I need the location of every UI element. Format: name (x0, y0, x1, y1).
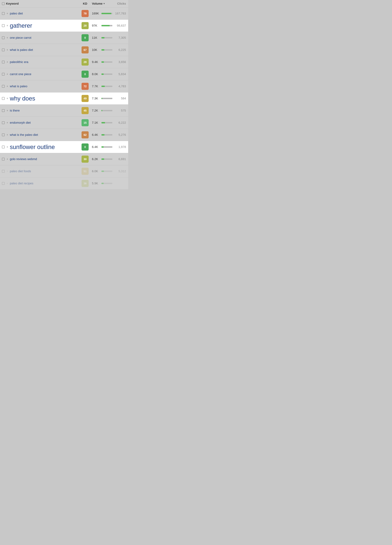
row-checkbox[interactable] (2, 73, 5, 75)
kd-badge: 78 (81, 10, 89, 17)
volume-cell: 97K (91, 24, 112, 27)
row-checkbox[interactable] (2, 24, 5, 27)
add-row-button[interactable]: + (6, 72, 9, 76)
row-checkbox[interactable] (2, 49, 5, 51)
add-row-button[interactable]: + (6, 121, 9, 124)
volume-value: 9.4K (92, 60, 100, 64)
row-checkbox[interactable] (2, 37, 5, 39)
keyword-cell[interactable]: golo reviews webmd (10, 157, 80, 161)
kd-cell: 28 (80, 58, 91, 66)
volume-value: 6.4K (92, 133, 100, 137)
volume-bar-fill (101, 86, 105, 87)
keyword-cell[interactable]: paleo diet recipes (10, 182, 80, 185)
keyword-cell[interactable]: why does (10, 95, 80, 102)
volume-bar (101, 158, 112, 160)
row-checkbox[interactable] (2, 85, 5, 88)
volume-cell: 7.3K (91, 97, 112, 100)
clicks-cell: 6,225 (112, 48, 126, 52)
table-row: + what is the paleo diet 62 6.4K 5,276 (0, 129, 128, 141)
keyword-cell[interactable]: paleo diet (10, 12, 80, 15)
keyword-cell[interactable]: one piece carrot (10, 36, 80, 40)
table-row: + paleo diet recipes 36 5.9K (0, 177, 128, 190)
volume-value: 7.2K (92, 109, 100, 112)
keyword-cell[interactable]: paleolithic era (10, 60, 80, 64)
kd-badge: 28 (81, 58, 89, 66)
kd-cell: 0 (80, 71, 91, 78)
row-checkbox[interactable] (2, 146, 5, 148)
row-checkbox[interactable] (2, 134, 5, 136)
add-row-button[interactable]: + (6, 48, 9, 52)
volume-cell: 7.1K (91, 121, 112, 124)
add-row-button[interactable]: + (6, 182, 9, 185)
clicks-cell: 6,691 (112, 157, 126, 161)
kd-cell: 62 (80, 131, 91, 138)
row-checkbox[interactable] (2, 182, 5, 185)
keyword-cell[interactable]: what is paleo (10, 85, 80, 88)
kd-cell: 36 (80, 180, 91, 187)
add-row-button[interactable]: + (6, 169, 9, 173)
clicks-column-header: Clicks (112, 2, 126, 6)
select-all-checkbox[interactable] (2, 2, 5, 5)
volume-bar-fill (101, 61, 104, 63)
keyword-cell[interactable]: paleo diet foods (10, 169, 80, 173)
row-checkbox-cell (1, 134, 6, 136)
kd-badge: 49 (81, 95, 89, 102)
kd-badge: 51 (81, 168, 89, 175)
row-checkbox[interactable] (2, 121, 5, 124)
keyword-cell[interactable]: carrot one piece (10, 72, 80, 76)
kd-badge: 0 (81, 143, 89, 150)
kd-badge: 36 (81, 180, 89, 187)
volume-bar-fill (101, 110, 102, 111)
row-checkbox[interactable] (2, 170, 5, 173)
volume-bar-fill (101, 49, 104, 51)
keyword-cell[interactable]: endomorph diet (10, 121, 80, 124)
row-checkbox[interactable] (2, 12, 5, 15)
keyword-cell[interactable]: gatherer (10, 22, 80, 29)
keyword-cell[interactable]: is there (10, 109, 80, 112)
row-checkbox[interactable] (2, 61, 5, 63)
kd-badge: 62 (81, 131, 89, 138)
volume-bar (101, 37, 112, 38)
table-row: + why does 49 7.3K 584 (0, 93, 128, 105)
add-row-button[interactable]: + (6, 133, 9, 137)
volume-value: 11K (92, 36, 100, 40)
volume-cell: 10K (91, 48, 112, 52)
add-row-button[interactable]: + (6, 97, 9, 100)
add-row-button[interactable]: + (6, 60, 9, 64)
add-row-button[interactable]: + (6, 157, 9, 161)
row-checkbox[interactable] (2, 109, 5, 112)
kd-column-header: KD (80, 2, 91, 6)
keyword-cell[interactable]: sunflower outline (10, 143, 80, 150)
keyword-cell[interactable]: what is the paleo diet (10, 133, 80, 137)
volume-value: 10K (92, 48, 100, 52)
add-row-button[interactable]: + (6, 12, 9, 15)
add-row-button[interactable]: + (6, 145, 9, 149)
add-row-button[interactable]: + (6, 109, 9, 112)
row-checkbox-cell (1, 121, 6, 124)
table-row: + golo reviews webmd 30 6.2K 6,691 (0, 153, 128, 165)
row-checkbox[interactable] (2, 158, 5, 161)
kd-cell: 0 (80, 34, 91, 41)
table-row: + one piece carrot 0 11K 7,305 (0, 32, 128, 44)
volume-cell: 5.9K (91, 182, 112, 185)
table-row: + paleolithic era 28 9.4K 3,656 (0, 56, 128, 68)
add-row-button[interactable]: + (6, 24, 9, 27)
table-row: + carrot one piece 0 8.0K 5,834 (0, 68, 128, 80)
row-checkbox[interactable] (2, 97, 5, 100)
kd-cell: 28 (80, 22, 91, 29)
clicks-cell: 6,222 (112, 121, 126, 124)
add-row-button[interactable]: + (6, 36, 9, 40)
volume-column-header[interactable]: Volume ▼ (91, 2, 112, 6)
kd-badge: 45 (81, 107, 89, 114)
row-checkbox-cell (1, 37, 6, 39)
add-row-button[interactable]: + (6, 85, 9, 88)
clicks-cell: 4,783 (112, 85, 126, 88)
volume-bar (101, 146, 112, 148)
table-body: + paleo diet 78 169K 167,783 + gatherer … (0, 7, 128, 190)
kd-cell: 72 (80, 83, 91, 90)
volume-bar-fill (101, 183, 104, 184)
volume-bar-fill (101, 98, 102, 99)
keyword-cell[interactable]: what is paleo diet (10, 48, 80, 52)
volume-value: 6.4K (92, 145, 100, 149)
table-header: Keyword KD Volume ▼ Clicks (0, 0, 128, 7)
